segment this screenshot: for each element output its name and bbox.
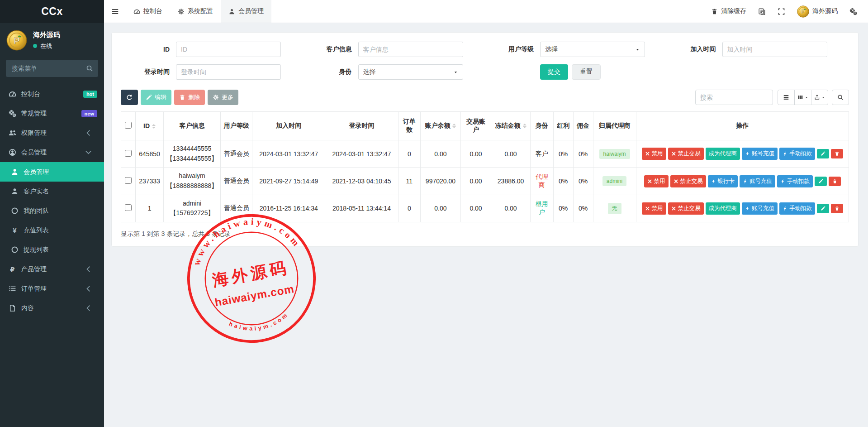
- col-header-client[interactable]: 客户信息: [163, 112, 221, 140]
- fullscreen-button[interactable]: [778, 8, 785, 15]
- cell-commission: 0%: [573, 168, 593, 195]
- row-checkbox[interactable]: [125, 177, 132, 184]
- caret-icon: [635, 47, 640, 52]
- sidebar-item-3[interactable]: 会员管理: [0, 143, 104, 162]
- sidebar-menu: 控制台hot常规管理new权限管理会员管理会员管理客户实名我的团队¥充值列表提现…: [0, 84, 104, 427]
- action-disable-button[interactable]: 禁用: [642, 148, 666, 160]
- record-summary: 显示第 1 到第 3 条记录，总共 3 条记录: [121, 230, 849, 238]
- filter-input-id[interactable]: [176, 42, 281, 57]
- sidebar-item-8[interactable]: 提现列表: [0, 240, 104, 259]
- bolt-icon: [745, 151, 750, 156]
- sidebar-item-1[interactable]: 常规管理new: [0, 104, 104, 123]
- edit-button[interactable]: 编辑: [141, 90, 171, 105]
- action-disable-button[interactable]: 禁用: [644, 175, 669, 187]
- action-deduct-button[interactable]: 手动扣款: [777, 175, 813, 187]
- row-checkbox[interactable]: [125, 150, 132, 157]
- row-checkbox[interactable]: [125, 204, 132, 211]
- user-name: 海外源码: [33, 31, 60, 39]
- ruble-icon: ₽: [9, 265, 16, 273]
- sidebar-item-5[interactable]: 客户实名: [0, 182, 104, 201]
- col-header-level[interactable]: 用户等级: [221, 112, 252, 140]
- sidebar-item-9[interactable]: ₽产品管理: [0, 259, 104, 279]
- filter-input-join-time[interactable]: [722, 42, 827, 57]
- action-deduct-button[interactable]: 手动扣款: [779, 202, 815, 215]
- col-header-actions[interactable]: 操作: [636, 112, 849, 140]
- sidebar-item-2[interactable]: 权限管理: [0, 123, 104, 143]
- sidebar-item-0[interactable]: 控制台hot: [0, 84, 104, 104]
- sidebar-item-7[interactable]: ¥充值列表: [0, 221, 104, 240]
- columns-button[interactable]: [794, 90, 811, 105]
- tab-2[interactable]: 会员管理: [221, 0, 271, 23]
- filter-select-user-level[interactable]: 选择: [540, 42, 645, 57]
- sidebar-item-4[interactable]: 会员管理: [0, 162, 104, 182]
- col-header-join_time[interactable]: 加入时间: [252, 112, 325, 140]
- action-bank-card-button[interactable]: 银行卡: [708, 175, 738, 187]
- more-button[interactable]: 更多: [208, 90, 238, 105]
- circle-icon: [11, 246, 19, 254]
- menu-badge: new: [81, 110, 97, 117]
- advanced-search-button[interactable]: [832, 90, 849, 105]
- select-all-checkbox[interactable]: [125, 122, 132, 129]
- action-edit-button[interactable]: [817, 149, 829, 158]
- expand-icon: [778, 8, 785, 15]
- action-label: 账号充值: [752, 150, 774, 158]
- col-header-frozen[interactable]: 冻结金额: [491, 112, 530, 140]
- action-ban-trade-button[interactable]: 禁止交易: [670, 175, 706, 187]
- tab-1[interactable]: 系统配置: [170, 0, 221, 23]
- delete-button[interactable]: 删除: [174, 90, 205, 105]
- col-header-commission[interactable]: 佣金: [573, 112, 593, 140]
- cell-level: 普通会员: [221, 195, 252, 222]
- col-header-orders[interactable]: 订单数: [398, 112, 421, 140]
- refresh-button[interactable]: [121, 90, 138, 105]
- filter-input-login-time[interactable]: [176, 64, 281, 80]
- action-make-agent-button[interactable]: 成为代理商: [706, 202, 740, 215]
- export-icon: [814, 94, 820, 101]
- docs-button[interactable]: [758, 8, 766, 15]
- clear-cache-button[interactable]: 清除缓存: [711, 7, 746, 15]
- toggle-view-button[interactable]: [778, 90, 795, 105]
- table-search-input[interactable]: [695, 90, 773, 105]
- cell-join_time: 2016-11-25 16:14:34: [252, 195, 325, 222]
- action-delete-button[interactable]: [829, 177, 841, 186]
- sidebar-item-11[interactable]: 内容: [0, 298, 104, 318]
- action-disable-button[interactable]: 禁用: [642, 202, 666, 215]
- action-delete-button[interactable]: [831, 204, 843, 213]
- action-label: 手动扣款: [789, 150, 812, 158]
- col-header-id[interactable]: ID: [136, 112, 163, 140]
- export-button[interactable]: [811, 90, 828, 105]
- filter-input-client-info[interactable]: [358, 42, 463, 57]
- tab-0[interactable]: 控制台: [126, 0, 170, 23]
- gears-icon: [849, 8, 857, 15]
- submit-button[interactable]: 提交: [540, 64, 568, 80]
- action-ban-trade-button[interactable]: 禁止交易: [668, 202, 704, 215]
- col-header-agent[interactable]: 归属代理商: [593, 112, 636, 140]
- action-recharge-button[interactable]: 账号充值: [742, 202, 778, 215]
- action-edit-button[interactable]: [817, 204, 829, 213]
- col-header-login_time[interactable]: 登录时间: [325, 112, 398, 140]
- col-header-identity[interactable]: 身份: [530, 112, 553, 140]
- col-header-trade[interactable]: 交易账户: [460, 112, 491, 140]
- sidebar-item-10[interactable]: 订单管理: [0, 279, 104, 298]
- sidebar-search-input[interactable]: [6, 60, 98, 77]
- action-recharge-button[interactable]: 账号充值: [740, 175, 775, 187]
- action-recharge-button[interactable]: 账号充值: [742, 148, 778, 160]
- x-icon: [671, 151, 676, 156]
- action-ban-trade-button[interactable]: 禁止交易: [668, 148, 704, 160]
- settings-button[interactable]: [849, 8, 857, 15]
- sidebar-item-label: 内容: [21, 304, 34, 312]
- sidebar-toggle-button[interactable]: [104, 0, 126, 23]
- action-edit-button[interactable]: [815, 177, 827, 186]
- sidebar-item-6[interactable]: 我的团队: [0, 201, 104, 221]
- reset-button[interactable]: 重置: [572, 64, 601, 80]
- action-make-agent-button[interactable]: 成为代理商: [706, 148, 740, 160]
- caret-icon: [453, 70, 458, 75]
- col-header-bonus[interactable]: 红利: [553, 112, 573, 140]
- action-deduct-button[interactable]: 手动扣款: [779, 148, 815, 160]
- user-menu[interactable]: P 海外源码: [797, 5, 838, 18]
- action-delete-button[interactable]: [831, 149, 843, 158]
- filter-label-user-level: 用户等级: [485, 45, 534, 53]
- cell-orders: 11: [398, 168, 421, 195]
- col-header-balance[interactable]: 账户余额: [421, 112, 460, 140]
- cell-id: 1: [136, 195, 163, 222]
- filter-select-identity[interactable]: 选择: [358, 64, 463, 80]
